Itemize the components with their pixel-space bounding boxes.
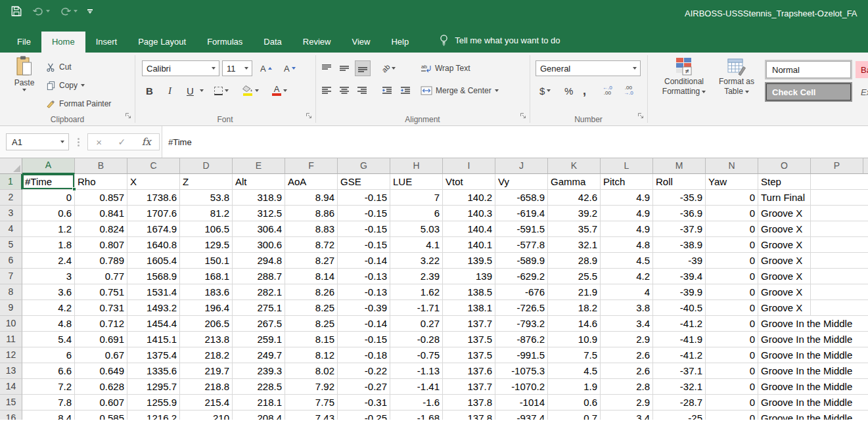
- cell-M12[interactable]: -41.2: [653, 347, 706, 363]
- cell-D12[interactable]: 218.2: [180, 347, 233, 363]
- undo-button[interactable]: [32, 7, 50, 16]
- cell-I9[interactable]: 138.1: [443, 300, 495, 316]
- cell-O13[interactable]: Groove In the Middle: [758, 363, 811, 379]
- cell-O15[interactable]: Groove In the Middle: [758, 395, 811, 410]
- cell-N8[interactable]: 0: [706, 284, 758, 300]
- cell-B12[interactable]: 0.67: [75, 347, 127, 363]
- cell-H12[interactable]: -0.75: [390, 347, 443, 363]
- cell-O3[interactable]: Groove X: [758, 206, 811, 221]
- cell-K13[interactable]: 4.5: [548, 363, 601, 379]
- copy-button[interactable]: Copy: [46, 78, 85, 93]
- cell-B1[interactable]: Rho: [75, 174, 127, 190]
- cell-H3[interactable]: 6: [390, 206, 443, 221]
- cell-B10[interactable]: 0.712: [75, 316, 127, 332]
- paste-button[interactable]: Paste: [7, 55, 42, 91]
- cell-E10[interactable]: 267.5: [233, 316, 285, 332]
- cell-I11[interactable]: 137.5: [443, 332, 495, 347]
- row-header-7[interactable]: 7: [0, 269, 22, 284]
- cell-E5[interactable]: 300.6: [233, 237, 285, 253]
- cell-L5[interactable]: 4.8: [601, 237, 653, 253]
- cancel-icon[interactable]: ×: [96, 137, 102, 148]
- cell-L16[interactable]: 3.4: [601, 410, 653, 420]
- cell-O2[interactable]: Turn Final: [758, 190, 811, 206]
- cell-B15[interactable]: 0.607: [75, 395, 127, 410]
- cell-O11[interactable]: Groove In the Middle: [758, 332, 811, 347]
- row-header-13[interactable]: 13: [0, 363, 22, 379]
- orientation-button[interactable]: ab: [380, 60, 398, 76]
- insert-function-icon[interactable]: fx: [142, 136, 151, 148]
- conditional-formatting-button[interactable]: ≠ Conditional Formatting: [658, 56, 710, 96]
- cell-C11[interactable]: 1415.1: [127, 332, 180, 347]
- cell-M3[interactable]: -36.9: [653, 206, 706, 221]
- cell-N13[interactable]: 0: [706, 363, 758, 379]
- cell-M8[interactable]: -39.9: [653, 284, 706, 300]
- cell-A9[interactable]: 4.2: [22, 300, 75, 316]
- cell-L6[interactable]: 4.5: [601, 253, 653, 269]
- cell-E1[interactable]: Alt: [233, 174, 285, 190]
- cell-D16[interactable]: 210: [180, 410, 233, 420]
- column-header-a[interactable]: A: [22, 158, 75, 174]
- cell-E11[interactable]: 259.1: [233, 332, 285, 347]
- column-header-d[interactable]: D: [180, 158, 233, 174]
- cell-F3[interactable]: 8.86: [285, 206, 338, 221]
- cell-F16[interactable]: 7.43: [285, 410, 338, 420]
- cell-B14[interactable]: 0.628: [75, 379, 127, 395]
- cell-D6[interactable]: 150.1: [180, 253, 233, 269]
- cell-A12[interactable]: 6: [22, 347, 75, 363]
- cell-F1[interactable]: AoA: [285, 174, 338, 190]
- cell-O6[interactable]: Groove X: [758, 253, 811, 269]
- cell-H11[interactable]: -0.28: [390, 332, 443, 347]
- column-header-o[interactable]: O: [758, 158, 811, 174]
- cell-C14[interactable]: 1295.7: [127, 379, 180, 395]
- cell-B9[interactable]: 0.731: [75, 300, 127, 316]
- cell-O10[interactable]: Groove In the Middle: [758, 316, 811, 332]
- cell-A16[interactable]: 8.4: [22, 410, 75, 420]
- cell-K15[interactable]: 0.6: [548, 395, 601, 410]
- cell-J1[interactable]: Vy: [495, 174, 548, 190]
- cell-D14[interactable]: 218.8: [180, 379, 233, 395]
- cell-C1[interactable]: X: [127, 174, 180, 190]
- cell-B5[interactable]: 0.807: [75, 237, 127, 253]
- cell-D7[interactable]: 168.1: [180, 269, 233, 284]
- column-header-p[interactable]: P: [811, 158, 863, 174]
- cell-H6[interactable]: 3.22: [390, 253, 443, 269]
- percent-style-button[interactable]: %: [562, 83, 575, 99]
- cell-L4[interactable]: 4.9: [601, 221, 653, 237]
- cell-N7[interactable]: 0: [706, 269, 758, 284]
- formula-input[interactable]: #Time: [162, 126, 868, 158]
- merge-center-button[interactable]: Merge & Center: [421, 83, 499, 99]
- wrap-text-button[interactable]: ab Wrap Text: [421, 60, 470, 76]
- chevron-down-icon[interactable]: [60, 141, 64, 143]
- cell-F10[interactable]: 8.25: [285, 316, 338, 332]
- cell-K4[interactable]: 35.7: [548, 221, 601, 237]
- copy-dropdown-icon[interactable]: [81, 84, 85, 87]
- row-header-3[interactable]: 3: [0, 206, 22, 221]
- cell-D3[interactable]: 81.2: [180, 206, 233, 221]
- cell-K1[interactable]: Gamma: [548, 174, 601, 190]
- column-header-b[interactable]: B: [75, 158, 127, 174]
- cell-I8[interactable]: 138.5: [443, 284, 495, 300]
- tab-data[interactable]: Data: [253, 32, 292, 53]
- column-header-g[interactable]: G: [338, 158, 390, 174]
- cut-button[interactable]: Cut: [46, 59, 72, 75]
- chevron-down-icon[interactable]: [244, 67, 248, 70]
- cell-A14[interactable]: 7.2: [22, 379, 75, 395]
- cell-G9[interactable]: -0.39: [338, 300, 390, 316]
- row-header-12[interactable]: 12: [0, 347, 22, 363]
- cell-L11[interactable]: 2.9: [601, 332, 653, 347]
- cell-B3[interactable]: 0.841: [75, 206, 127, 221]
- cell-B11[interactable]: 0.691: [75, 332, 127, 347]
- paste-dropdown-icon[interactable]: [22, 89, 26, 91]
- cell-C15[interactable]: 1255.9: [127, 395, 180, 410]
- tab-insert[interactable]: Insert: [85, 32, 128, 53]
- chevron-down-icon[interactable]: [633, 67, 637, 70]
- cell-J11[interactable]: -876.2: [495, 332, 548, 347]
- tab-review[interactable]: Review: [292, 32, 342, 53]
- cell-J3[interactable]: -619.4: [495, 206, 548, 221]
- cell-M14[interactable]: -32.1: [653, 379, 706, 395]
- tab-page-layout[interactable]: Page Layout: [127, 32, 196, 53]
- cell-C3[interactable]: 1707.6: [127, 206, 180, 221]
- cell-H8[interactable]: 1.62: [390, 284, 443, 300]
- cell-A13[interactable]: 6.6: [22, 363, 75, 379]
- cell-L8[interactable]: 4: [601, 284, 653, 300]
